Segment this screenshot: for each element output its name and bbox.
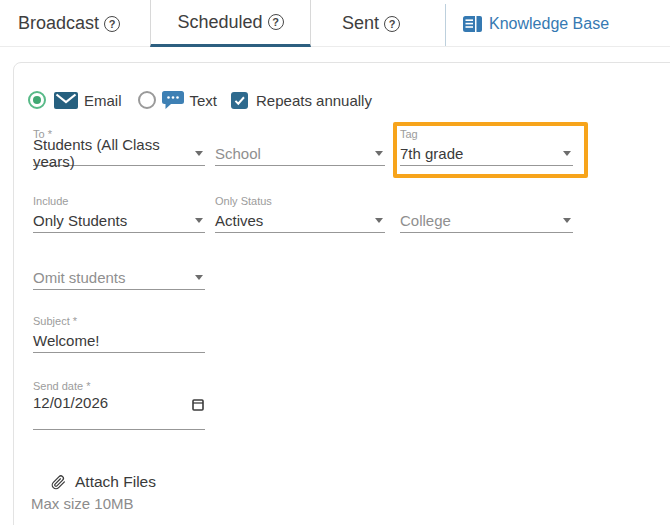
omit-students-placeholder: Omit students bbox=[33, 269, 126, 286]
to-select[interactable]: To * Students (All Class years) bbox=[33, 127, 205, 166]
chevron-down-icon bbox=[375, 218, 383, 223]
college-select[interactable]: College bbox=[400, 194, 573, 233]
chevron-down-icon bbox=[375, 151, 383, 156]
tag-value: 7th grade bbox=[400, 145, 463, 162]
knowledge-base-label: Knowledge Base bbox=[489, 15, 609, 33]
tab-broadcast-label: Broadcast bbox=[18, 13, 99, 34]
channel-row: Email Text Repeats annually bbox=[28, 89, 372, 111]
chevron-down-icon bbox=[563, 151, 571, 156]
help-icon[interactable]: ? bbox=[104, 16, 120, 32]
book-icon bbox=[463, 16, 482, 32]
subject-label: Subject * bbox=[33, 314, 205, 328]
chat-icon bbox=[162, 91, 184, 109]
chevron-down-icon bbox=[195, 151, 203, 156]
text-label: Text bbox=[190, 92, 218, 109]
college-placeholder: College bbox=[400, 212, 451, 229]
chevron-down-icon bbox=[563, 218, 571, 223]
attach-files-button[interactable]: Attach Files bbox=[51, 470, 156, 494]
to-value: Students (All Class years) bbox=[33, 136, 195, 170]
tab-sent-label: Sent bbox=[342, 13, 379, 34]
include-value: Only Students bbox=[33, 212, 127, 229]
help-icon[interactable]: ? bbox=[384, 16, 400, 32]
email-radio[interactable] bbox=[28, 91, 46, 109]
attach-files-label: Attach Files bbox=[75, 473, 156, 491]
knowledge-base-link[interactable]: Knowledge Base bbox=[463, 0, 609, 47]
tab-broadcast[interactable]: Broadcast ? bbox=[18, 0, 120, 47]
tag-label: Tag bbox=[400, 127, 573, 141]
only-status-select[interactable]: Only Status Actives bbox=[215, 194, 385, 233]
text-radio[interactable] bbox=[138, 91, 156, 109]
tab-sent[interactable]: Sent ? bbox=[342, 0, 400, 47]
repeats-annually-label: Repeats annually bbox=[256, 92, 372, 109]
omit-students-select[interactable]: Omit students bbox=[33, 251, 205, 290]
subject-input[interactable]: Subject * Welcome! bbox=[33, 314, 205, 353]
email-icon bbox=[54, 92, 78, 109]
include-label: Include bbox=[33, 194, 205, 208]
tag-select[interactable]: Tag 7th grade bbox=[400, 127, 573, 166]
paperclip-icon bbox=[51, 472, 66, 493]
tab-divider bbox=[445, 4, 446, 46]
tab-scheduled[interactable]: Scheduled ? bbox=[150, 0, 311, 47]
calendar-icon[interactable] bbox=[192, 397, 204, 414]
subject-value: Welcome! bbox=[33, 332, 99, 349]
include-select[interactable]: Include Only Students bbox=[33, 194, 205, 233]
check-icon bbox=[233, 94, 246, 107]
help-icon[interactable]: ? bbox=[268, 14, 284, 30]
max-size-note: Max size 10MB bbox=[31, 495, 134, 512]
chevron-down-icon bbox=[195, 275, 203, 280]
send-date-input[interactable]: Send date * 12/01/2026 bbox=[33, 379, 205, 430]
send-date-value: 12/01/2026 bbox=[33, 394, 108, 411]
only-status-value: Actives bbox=[215, 212, 263, 229]
send-date-label: Send date * bbox=[33, 379, 205, 393]
tab-scheduled-label: Scheduled bbox=[177, 12, 262, 33]
only-status-label: Only Status bbox=[215, 194, 385, 208]
repeats-annually-checkbox[interactable] bbox=[231, 92, 248, 109]
email-label: Email bbox=[84, 92, 122, 109]
tab-bar: Broadcast ? Scheduled ? Sent ? Knowledge… bbox=[0, 0, 670, 47]
school-select[interactable]: School bbox=[215, 127, 385, 166]
chevron-down-icon bbox=[195, 218, 203, 223]
school-placeholder: School bbox=[215, 145, 261, 162]
